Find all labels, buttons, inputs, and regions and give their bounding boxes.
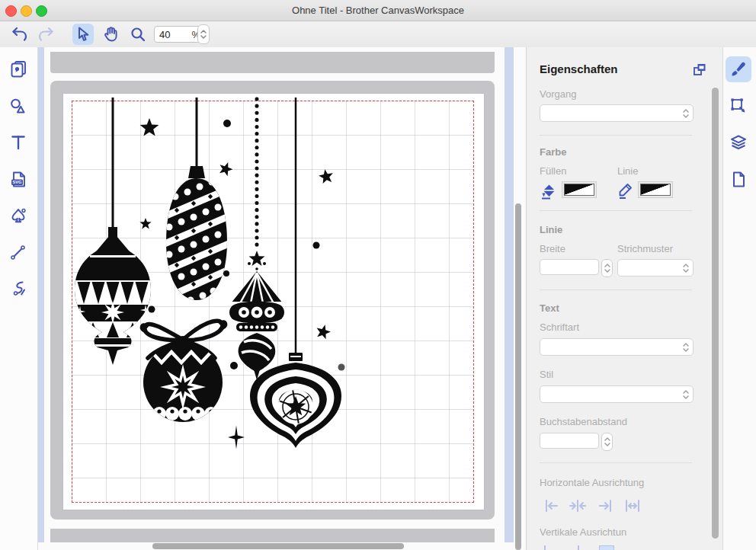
stepper-chevrons-icon — [200, 28, 207, 40]
align-right-icon — [596, 497, 614, 514]
schriftart-select[interactable] — [540, 338, 694, 356]
breite-stepper[interactable] — [601, 259, 613, 277]
stil-select[interactable] — [540, 385, 694, 403]
stepper-chevrons-icon — [604, 436, 611, 448]
page-icon — [729, 170, 748, 190]
page-tab-button[interactable] — [726, 167, 751, 193]
paintbrush-icon — [729, 59, 748, 79]
right-toolbar — [722, 47, 756, 550]
main-toolbar: 40 % — [0, 21, 756, 48]
cursor-icon — [74, 25, 92, 43]
paint-bucket-icon — [540, 181, 559, 200]
canvas-margin-right — [505, 47, 514, 542]
farbe-linie-label: Linie — [617, 165, 638, 177]
fill-color-swatch[interactable] — [562, 181, 597, 198]
align-stretch-button[interactable] — [622, 497, 643, 515]
align-middle-button[interactable] — [578, 545, 579, 550]
text-header: Text — [540, 302, 559, 314]
text-tool-button[interactable] — [8, 132, 29, 153]
templates-button[interactable] — [8, 58, 29, 79]
align-right-button[interactable] — [594, 497, 616, 515]
buchstabenabstand-input[interactable] — [540, 433, 599, 449]
zoom-stepper[interactable] — [197, 24, 210, 44]
breite-input[interactable] — [540, 259, 599, 275]
templates-icon — [8, 59, 28, 78]
linie-header: Linie — [540, 224, 562, 235]
farbe-header: Farbe — [540, 146, 566, 158]
pan-tool-button[interactable] — [101, 24, 122, 45]
align-top-button[interactable] — [544, 545, 546, 550]
buchstabenabstand-stepper[interactable] — [601, 433, 613, 451]
vorgang-label: Vorgang — [540, 88, 576, 100]
zoom-value: 40 — [159, 29, 170, 40]
canvas-horizontal-scrollbar[interactable] — [152, 543, 404, 549]
stepper-chevrons-icon — [604, 262, 611, 274]
shapes-icon — [8, 96, 28, 116]
trace-button[interactable] — [8, 206, 29, 227]
panel-title: Eigenschaften — [540, 62, 618, 75]
fuellen-label: Füllen — [540, 165, 566, 177]
select-chevrons-icon — [682, 341, 690, 353]
window-title: Ohne Titel - Brother CanvasWorkspace — [0, 5, 756, 16]
edit-tab-button[interactable] — [726, 93, 751, 119]
layers-tab-button[interactable] — [726, 130, 751, 155]
curve-draw-icon — [8, 279, 28, 299]
buchstabenabstand-label: Buchstabenabstand — [540, 416, 627, 427]
redo-button[interactable] — [35, 24, 56, 45]
cutting-mat-top-edge — [50, 52, 495, 73]
vorgang-select[interactable] — [540, 104, 694, 122]
canvas-vertical-scrollbar[interactable] — [515, 203, 521, 550]
svg-text:SVG: SVG — [13, 180, 22, 184]
fill-swatch-diagonal — [564, 184, 594, 196]
svg-import-button[interactable]: SVG — [8, 169, 29, 190]
select-tool-button[interactable] — [72, 24, 94, 45]
cutting-mat-bottom-edge — [50, 529, 495, 542]
hand-icon — [102, 25, 120, 43]
app-window: Ohne Titel - Brother CanvasWorkspace 40 … — [0, 0, 756, 550]
curve-draw-button[interactable] — [8, 278, 29, 299]
fill-color-button[interactable] — [540, 181, 558, 198]
align-center-icon — [569, 497, 587, 514]
zoom-tool-button[interactable] — [127, 24, 149, 45]
vertikale-ausrichtung-label: Vertikale Ausrichtun — [540, 526, 626, 538]
magnifier-icon — [129, 25, 147, 43]
strichmuster-select[interactable] — [617, 259, 694, 277]
separator — [540, 289, 692, 290]
align-center-button[interactable] — [567, 497, 588, 515]
properties-panel — [526, 47, 723, 550]
horizontale-ausrichtung-label: Horizontale Ausrichtung — [540, 477, 644, 488]
panel-scrollbar[interactable] — [712, 88, 719, 539]
left-toolbar: SVG — [0, 47, 38, 550]
line-draw-button[interactable] — [8, 241, 29, 263]
undo-button[interactable] — [9, 24, 30, 45]
ornaments-design[interactable] — [62, 93, 483, 509]
text-icon — [8, 133, 28, 152]
pencil-icon — [616, 181, 636, 200]
select-chevrons-icon — [682, 262, 690, 274]
select-chevrons-icon — [682, 389, 690, 401]
undo-icon — [11, 25, 29, 43]
strichmuster-label: Strichmuster — [617, 243, 673, 254]
schriftart-label: Schriftart — [540, 321, 579, 333]
layers-icon — [729, 133, 748, 152]
align-stretch-icon — [623, 497, 642, 514]
separator — [540, 135, 692, 136]
select-chevrons-icon — [682, 107, 690, 120]
align-artboard-button[interactable] — [599, 545, 614, 550]
align-left-icon — [543, 497, 561, 514]
line-draw-icon — [8, 242, 28, 262]
vertical-align-row-clipped — [540, 545, 692, 550]
separator — [540, 210, 692, 211]
properties-tab-button[interactable] — [726, 56, 751, 82]
line-swatch-diagonal — [640, 184, 671, 196]
breite-label: Breite — [540, 243, 565, 254]
redo-icon — [37, 25, 55, 43]
shapes-button[interactable] — [8, 95, 29, 117]
trace-spade-icon — [8, 206, 28, 226]
line-color-button[interactable] — [616, 181, 634, 198]
popout-button[interactable] — [692, 62, 707, 77]
line-color-swatch[interactable] — [638, 181, 673, 198]
popout-icon — [692, 62, 707, 77]
canvas-margin-left — [38, 47, 44, 542]
align-left-button[interactable] — [541, 497, 562, 515]
